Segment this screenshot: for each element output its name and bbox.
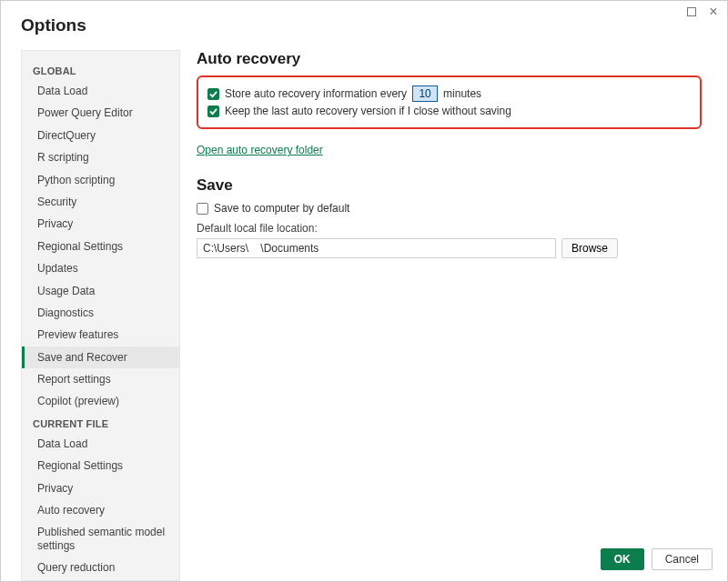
sidebar-item[interactable]: Report settings (22, 368, 179, 390)
section-title-save: Save (197, 176, 702, 195)
dialog-footer: OK Cancel (601, 548, 713, 570)
browse-button[interactable]: Browse (561, 238, 618, 258)
sidebar-section-header: CURRENT FILE (22, 413, 179, 433)
save-default-row: Save to computer by default (197, 202, 702, 215)
dialog-body: GLOBALData LoadPower Query EditorDirectQ… (1, 41, 727, 581)
sidebar: GLOBALData LoadPower Query EditorDirectQ… (21, 50, 180, 581)
ok-button[interactable]: OK (601, 548, 644, 570)
sidebar-item[interactable]: Updates (22, 257, 179, 279)
auto-recovery-highlight: Store auto recovery information every mi… (197, 75, 702, 129)
sidebar-item[interactable]: Regional Settings (22, 455, 179, 477)
sidebar-item[interactable]: Copilot (preview) (22, 390, 179, 412)
options-dialog: × Options GLOBALData LoadPower Query Edi… (0, 0, 728, 582)
sidebar-item[interactable]: Published semantic model settings (22, 521, 179, 557)
section-title-auto-recovery: Auto recovery (197, 50, 702, 68)
dialog-title: Options (1, 1, 727, 41)
location-row: Browse (197, 238, 702, 258)
open-auto-recovery-link[interactable]: Open auto recovery folder (197, 144, 323, 156)
cancel-button[interactable]: Cancel (652, 548, 713, 570)
sidebar-item[interactable]: Usage Data (22, 280, 179, 302)
window-controls: × (685, 5, 720, 18)
save-default-label: Save to computer by default (214, 202, 349, 215)
sidebar-item[interactable]: Query reduction (22, 557, 179, 578)
sidebar-item[interactable]: Save and Recover (22, 346, 179, 368)
keep-last-version-label: Keep the last auto recovery version if I… (225, 105, 511, 117)
close-icon[interactable]: × (707, 5, 720, 18)
maximize-icon[interactable] (685, 5, 698, 18)
store-auto-recovery-checkbox[interactable] (207, 88, 219, 100)
content-pane: Auto recovery Store auto recovery inform… (191, 50, 707, 581)
sidebar-item[interactable]: Security (22, 191, 179, 213)
sidebar-item[interactable]: DirectQuery (22, 125, 179, 146)
sidebar-item[interactable]: Data Load (22, 80, 179, 102)
sidebar-item[interactable]: Privacy (22, 213, 179, 235)
sidebar-item[interactable]: Auto recovery (22, 499, 179, 521)
auto-recovery-store-row: Store auto recovery information every mi… (207, 85, 691, 102)
store-auto-recovery-label-post: minutes (443, 87, 481, 100)
save-default-checkbox[interactable] (197, 203, 208, 215)
sidebar-section-header: GLOBAL (22, 60, 179, 80)
sidebar-item[interactable]: Data Load (22, 433, 179, 455)
location-label: Default local file location: (197, 222, 702, 235)
sidebar-item[interactable]: Power Query Editor (22, 102, 179, 124)
sidebar-item[interactable]: Preview features (22, 324, 179, 346)
store-auto-recovery-label-pre: Store auto recovery information every (225, 87, 407, 100)
location-input[interactable] (197, 238, 556, 258)
keep-last-version-checkbox[interactable] (207, 105, 219, 117)
keep-last-version-row: Keep the last auto recovery version if I… (207, 105, 691, 117)
sidebar-item[interactable]: Regional Settings (22, 236, 179, 257)
sidebar-item[interactable]: Report settings (22, 579, 179, 581)
sidebar-item[interactable]: Privacy (22, 477, 179, 499)
sidebar-item[interactable]: Diagnostics (22, 302, 179, 324)
sidebar-item[interactable]: Python scripting (22, 169, 179, 191)
auto-recovery-interval-input[interactable] (412, 85, 438, 102)
sidebar-item[interactable]: R scripting (22, 146, 179, 168)
